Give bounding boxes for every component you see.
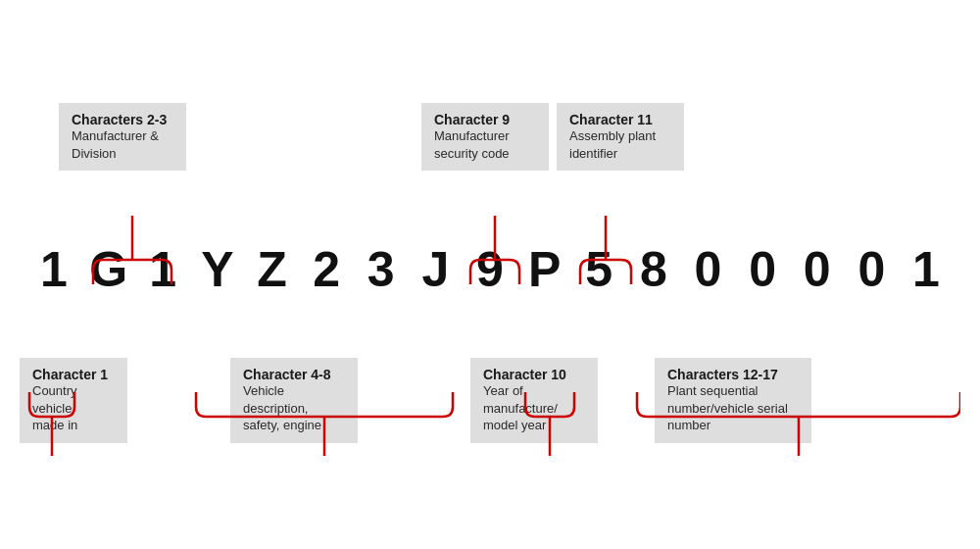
vin-char-14: 0: [738, 245, 787, 294]
vin-char-1: 1: [29, 245, 78, 294]
vin-char-8: J: [411, 245, 460, 294]
label-char-10: Character 10 Year ofmanufacture/model ye…: [470, 358, 598, 443]
vin-char-12: 8: [629, 245, 678, 294]
vin-char-13: 0: [684, 245, 733, 294]
vin-char-15: 0: [793, 245, 842, 294]
vin-char-6: 2: [302, 245, 351, 294]
label-chars-4-8-title: Character 4-8: [243, 367, 345, 382]
vin-char-7: 3: [357, 245, 406, 294]
vin-char-3: 1: [138, 245, 187, 294]
label-chars-4-8-desc: Vehicledescription,safety, engine: [243, 382, 345, 434]
vin-chars: 1 G 1 Y Z 2 3 J 9 P 5 8 0 0 0 0 1: [20, 245, 960, 294]
label-char-9-desc: Manufacturersecurity code: [434, 127, 536, 162]
bottom-labels-row: Character 1 Countryvehiclemade in Charac…: [20, 324, 960, 461]
top-labels-row: Characters 2-3 Manufacturer &Division Ch…: [20, 88, 960, 216]
label-chars-12-17-title: Characters 12-17: [667, 367, 799, 382]
label-char-1: Character 1 Countryvehiclemade in: [20, 358, 127, 443]
vin-char-2: G: [84, 245, 133, 294]
vin-diagram: Characters 2-3 Manufacturer &Division Ch…: [0, 0, 980, 549]
label-char-10-title: Character 10: [483, 367, 585, 382]
vin-area: 1 G 1 Y Z 2 3 J 9 P 5 8 0 0 0 0 1: [20, 216, 960, 324]
label-chars-12-17: Characters 12-17 Plant sequentialnumber/…: [655, 358, 811, 443]
vin-char-9: 9: [466, 245, 514, 294]
label-char-9-title: Character 9: [434, 112, 536, 127]
vin-char-17: 1: [902, 245, 951, 294]
label-chars-2-3-desc: Manufacturer &Division: [72, 127, 173, 162]
vin-char-16: 0: [847, 245, 896, 294]
label-char-11: Character 11 Assembly plantidentifier: [557, 103, 684, 171]
label-chars-2-3: Characters 2-3 Manufacturer &Division: [59, 103, 186, 171]
vin-char-11: 5: [574, 245, 623, 294]
label-chars-12-17-desc: Plant sequentialnumber/vehicle serialnum…: [667, 382, 799, 434]
label-char-11-desc: Assembly plantidentifier: [569, 127, 671, 162]
label-chars-4-8: Character 4-8 Vehicledescription,safety,…: [230, 358, 358, 443]
vin-char-4: Y: [193, 245, 242, 294]
label-char-10-desc: Year ofmanufacture/model year: [483, 382, 585, 434]
vin-char-10: P: [520, 245, 569, 294]
label-char-9: Character 9 Manufacturersecurity code: [421, 103, 549, 171]
label-chars-2-3-title: Characters 2-3: [72, 112, 173, 127]
label-char-1-title: Character 1: [32, 367, 115, 382]
vin-char-5: Z: [248, 245, 297, 294]
label-char-1-desc: Countryvehiclemade in: [32, 382, 115, 434]
label-char-11-title: Character 11: [569, 112, 671, 127]
